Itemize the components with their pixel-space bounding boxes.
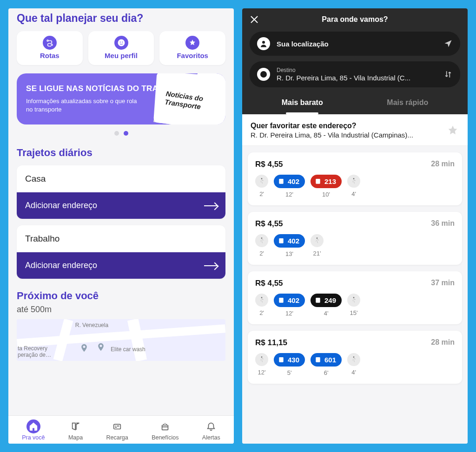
tab-mais-barato[interactable]: Mais barato: [250, 93, 355, 114]
plan-heading: Que tal planejar seu dia?: [17, 12, 225, 25]
step-bus: 4305': [274, 353, 305, 376]
route-duration: 28 min: [431, 338, 455, 347]
search-header: Para onde vamos? Sua localização Destino…: [242, 8, 468, 114]
trajetos-heading: Trajetos diários: [17, 147, 225, 159]
svg-point-8: [280, 182, 281, 183]
route-duration: 37 min: [431, 279, 455, 288]
bus-line-pill: 402: [274, 294, 305, 307]
route-steps: 2'40212'21310'4': [255, 175, 455, 198]
route-card[interactable]: R$ 11,1528 min12'4305'6016'4': [248, 331, 462, 384]
trajeto-card: Casa Adicionar endereço: [17, 165, 225, 219]
swap-icon[interactable]: [443, 70, 453, 79]
step-time: 6': [324, 369, 329, 376]
results-area[interactable]: Quer favoritar este endereço? R. Dr. Per…: [242, 114, 468, 444]
route-card[interactable]: R$ 4,5528 min2'40212'21310'4': [248, 152, 462, 205]
svg-point-21: [317, 237, 318, 239]
step-bus: 2494': [311, 294, 342, 317]
svg-point-2: [122, 41, 123, 42]
walk-icon: [255, 175, 268, 188]
chip-rotas[interactable]: Rotas: [17, 31, 83, 65]
step-bus: 40212': [274, 294, 305, 317]
add-address-button[interactable]: Adicionar endereço: [17, 252, 225, 279]
svg-rect-3: [114, 424, 121, 429]
home-scroll[interactable]: Que tal planejar seu dia? Rotas Meu perf…: [8, 8, 234, 415]
locate-icon[interactable]: [443, 39, 453, 48]
chip-favoritos[interactable]: Favoritos: [159, 31, 225, 65]
step-bus: 21310': [311, 175, 342, 198]
nearby-map[interactable]: R. Venezuela ta Recovery peração de… Eli…: [17, 319, 225, 361]
nav-pra-você[interactable]: Pra você: [22, 419, 45, 441]
svg-point-19: [282, 242, 283, 242]
carousel-dots[interactable]: [17, 131, 225, 136]
svg-point-13: [318, 182, 319, 183]
svg-point-0: [118, 39, 125, 46]
svg-point-6: [261, 178, 263, 179]
close-icon[interactable]: [250, 15, 259, 24]
step-walk: 15': [347, 294, 360, 316]
header-title: Para onde vamos?: [259, 15, 451, 24]
svg-rect-40: [317, 358, 320, 360]
phone-home: Que tal planejar seu dia? Rotas Meu perf…: [8, 8, 234, 444]
svg-point-39: [318, 360, 319, 361]
favorite-prompt[interactable]: Quer favoritar este endereço? R. Dr. Per…: [242, 114, 468, 146]
nav-label: Benefícios: [152, 434, 178, 441]
step-time: 4': [351, 190, 356, 197]
arrow-right-icon: [204, 265, 217, 266]
nav-mapa[interactable]: Mapa: [68, 419, 83, 441]
svg-rect-4: [162, 425, 168, 430]
bus-line-number: 249: [324, 296, 336, 304]
tab-mais-rápido[interactable]: Mais rápido: [355, 93, 461, 114]
nav-label: Alertas: [202, 434, 220, 441]
svg-point-32: [261, 356, 263, 358]
dot-active[interactable]: [124, 131, 128, 136]
step-walk: 2': [255, 175, 268, 197]
step-walk: 4': [347, 353, 360, 376]
route-price: R$ 11,15: [255, 338, 287, 347]
origin-label: Sua localização: [277, 40, 437, 48]
step-time: 2': [259, 309, 264, 316]
bus-line-pill: 249: [311, 294, 342, 307]
add-address-button[interactable]: Adicionar endereço: [17, 192, 225, 219]
bus-line-number: 402: [288, 296, 299, 304]
walk-icon: [347, 175, 360, 188]
svg-point-28: [317, 301, 317, 302]
route-card[interactable]: R$ 4,5536 min2'40213'21': [248, 212, 462, 265]
route-steps: 12'4305'6016'4': [255, 353, 455, 376]
chip-perfil[interactable]: Meu perfil: [88, 31, 154, 65]
map-pin-icon: [79, 343, 89, 355]
bus-line-pill: 430: [274, 353, 305, 367]
step-walk: 12': [255, 353, 268, 376]
add-address-text: Adicionar endereço: [25, 261, 97, 270]
trajeto-label: Trabalho: [17, 225, 225, 252]
dot[interactable]: [114, 131, 119, 136]
svg-rect-30: [317, 299, 320, 301]
quick-chips: Rotas Meu perfil Favoritos: [17, 31, 225, 65]
sort-tabs: Mais baratoMais rápido: [250, 93, 460, 114]
route-steps: 2'40213'21': [255, 234, 455, 257]
news-banner[interactable]: SE LIGUE NAS NOTÍCIAS DO TRANSPORTE Info…: [17, 73, 225, 124]
bus-line-number: 213: [324, 177, 336, 185]
newspaper-text: Notícias do Transporte: [158, 89, 225, 115]
walk-icon: [255, 353, 268, 366]
step-walk: 21': [311, 234, 324, 257]
svg-rect-36: [280, 358, 283, 360]
phone-routes: Para onde vamos? Sua localização Destino…: [242, 8, 468, 444]
fav-address: R. Dr. Pereira Lima, 85 - Vila Industria…: [251, 131, 442, 139]
origin-pill[interactable]: Sua localização: [250, 32, 460, 56]
walk-icon: [347, 353, 360, 366]
step-time: 21': [313, 250, 321, 257]
star-outline-icon[interactable]: [446, 124, 459, 137]
destination-pill[interactable]: Destino R. Dr. Pereira Lima, 85 - Vila I…: [250, 61, 460, 87]
route-card[interactable]: R$ 4,5537 min2'40212'2494'15': [248, 271, 462, 324]
svg-point-34: [280, 360, 281, 361]
svg-point-22: [261, 297, 263, 298]
nav-icon: [204, 419, 218, 433]
nav-alertas[interactable]: Alertas: [202, 419, 220, 441]
nav-icon: [69, 419, 83, 433]
svg-point-24: [280, 301, 281, 302]
nav-recarga[interactable]: Recarga: [106, 419, 128, 441]
walk-icon: [255, 294, 268, 307]
walk-icon: [347, 294, 360, 307]
chip-label: Rotas: [40, 52, 60, 59]
nav-benefícios[interactable]: Benefícios: [152, 419, 178, 441]
